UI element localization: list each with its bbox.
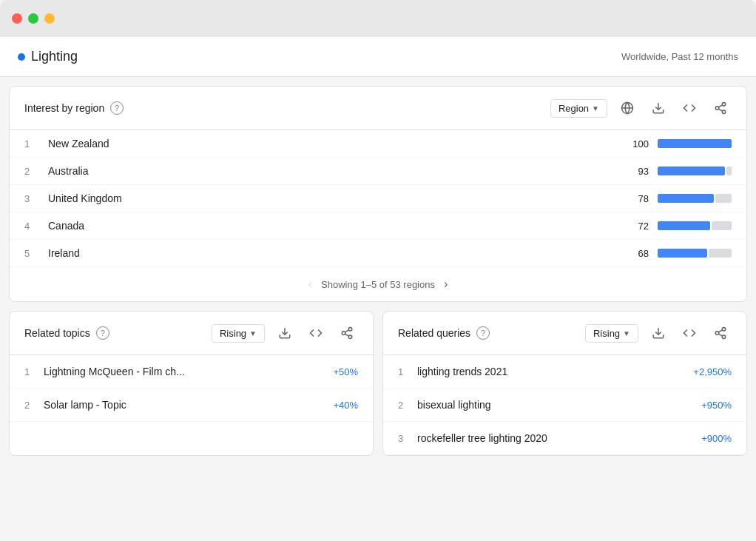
bar-empty [715, 194, 732, 203]
pagination-text: Showing 1–5 of 53 regions [321, 279, 435, 290]
bar-empty [712, 221, 732, 230]
topic-name: Solar lamp - Topic [44, 399, 325, 411]
region-score: 78 [623, 193, 649, 204]
term-dot [18, 53, 25, 61]
bar-fill [658, 194, 714, 203]
svg-point-5 [722, 110, 726, 114]
close-button[interactable] [12, 13, 22, 24]
topic-rank: 1 [24, 366, 36, 377]
app-window: Lighting Worldwide, Past 12 months Inter… [0, 0, 756, 541]
region-controls: Region ▼ [550, 97, 732, 119]
main-content: Lighting Worldwide, Past 12 months Inter… [0, 37, 756, 541]
region-bar [658, 139, 732, 148]
query-rank: 3 [398, 433, 410, 444]
interest-by-region-title: Interest by region [24, 102, 104, 114]
queries-download-icon[interactable] [647, 322, 669, 344]
topics-list: 1 Lightning McQueen - Film ch... +50% 2 … [10, 355, 373, 422]
svg-point-9 [348, 328, 352, 332]
svg-point-15 [722, 328, 726, 332]
bar-fill [658, 139, 732, 148]
embed-icon[interactable] [678, 97, 701, 119]
region-rank: 4 [24, 221, 39, 232]
region-name: Australia [48, 165, 614, 177]
related-topics-title-group: Related topics ? [24, 326, 109, 340]
table-row: 1 New Zealand 100 [10, 130, 746, 158]
query-badge: +900% [701, 433, 732, 444]
svg-line-19 [718, 330, 722, 332]
queries-dropdown-arrow-icon: ▼ [623, 329, 630, 337]
region-name: Canada [48, 220, 614, 232]
svg-line-13 [345, 330, 348, 332]
region-rank: 2 [24, 166, 39, 177]
topic-rank: 2 [24, 400, 36, 411]
next-page-button[interactable]: › [444, 278, 448, 291]
list-item: 2 Solar lamp - Topic +40% [10, 389, 373, 422]
svg-point-11 [348, 335, 352, 339]
bar-empty [726, 167, 732, 175]
minimize-button[interactable] [28, 13, 38, 24]
queries-share-icon[interactable] [709, 322, 732, 344]
queries-embed-icon[interactable] [678, 322, 701, 344]
query-rank: 2 [398, 400, 410, 411]
topics-download-icon[interactable] [274, 322, 296, 344]
queries-rising-dropdown[interactable]: Rising ▼ [585, 324, 638, 343]
share-icon[interactable] [709, 97, 732, 119]
table-row: 4 Canada 72 [10, 212, 746, 240]
prev-page-button[interactable]: ‹ [308, 278, 312, 291]
help-icon-topics[interactable]: ? [96, 326, 109, 340]
query-name: rockefeller tree lighting 2020 [417, 432, 694, 444]
region-name: Ireland [48, 247, 614, 259]
topic-badge: +40% [333, 400, 358, 411]
bottom-row: Related topics ? Rising ▼ [9, 311, 747, 456]
queries-list: 1 lighting trends 2021 +2,950% 2 bisexua… [383, 355, 746, 455]
bar-fill [658, 221, 710, 230]
svg-point-10 [342, 332, 345, 335]
dropdown-arrow-icon: ▼ [592, 104, 599, 112]
globe-icon[interactable] [616, 97, 638, 119]
region-rank: 3 [24, 193, 39, 204]
card-title-group: Interest by region ? [24, 101, 124, 115]
table-row: 2 Australia 93 [10, 158, 746, 185]
topics-dropdown-arrow-icon: ▼ [249, 329, 257, 337]
help-icon-region[interactable]: ? [110, 101, 124, 115]
svg-point-3 [722, 103, 726, 107]
topics-rising-dropdown[interactable]: Rising ▼ [212, 324, 265, 343]
header-bar: Lighting Worldwide, Past 12 months [0, 37, 756, 77]
svg-line-12 [345, 334, 348, 336]
query-badge: +950% [701, 400, 732, 411]
region-score: 100 [623, 138, 649, 149]
help-icon-queries[interactable]: ? [476, 326, 490, 340]
list-item: 3 rockefeller tree lighting 2020 +900% [383, 422, 746, 455]
svg-line-6 [718, 109, 722, 111]
bar-fill [658, 249, 707, 258]
related-queries-card: Related queries ? Rising ▼ [382, 311, 747, 456]
interest-by-region-card: Interest by region ? Region ▼ [9, 86, 747, 302]
titlebar [0, 0, 756, 37]
list-item: 1 lighting trends 2021 +2,950% [383, 355, 746, 389]
topic-badge: +50% [333, 366, 358, 377]
region-dropdown[interactable]: Region ▼ [550, 99, 607, 118]
region-score: 72 [623, 221, 649, 232]
region-bar [658, 167, 732, 175]
svg-point-17 [722, 335, 726, 339]
download-icon[interactable] [647, 97, 669, 119]
table-row: 5 Ireland 68 [10, 240, 746, 266]
region-rank: 1 [24, 138, 39, 149]
table-row: 3 United Kingdom 78 [10, 185, 746, 212]
pagination: ‹ Showing 1–5 of 53 regions › [10, 266, 746, 301]
region-list: 1 New Zealand 100 2 Australia 93 3 Unite… [10, 130, 746, 266]
region-name: United Kingdom [48, 192, 614, 204]
query-name: bisexual lighting [417, 399, 694, 411]
svg-point-4 [715, 107, 719, 110]
header-left: Lighting [18, 49, 78, 64]
topics-embed-icon[interactable] [305, 322, 327, 344]
region-rank: 5 [24, 248, 39, 259]
card-header-region: Interest by region ? Region ▼ [10, 87, 746, 130]
region-bar [658, 221, 732, 230]
related-queries-title: Related queries [398, 327, 470, 339]
query-rank: 1 [398, 366, 410, 377]
svg-line-7 [718, 105, 722, 107]
maximize-button[interactable] [44, 13, 55, 24]
query-badge: +2,950% [693, 366, 732, 377]
topics-share-icon[interactable] [336, 322, 358, 344]
